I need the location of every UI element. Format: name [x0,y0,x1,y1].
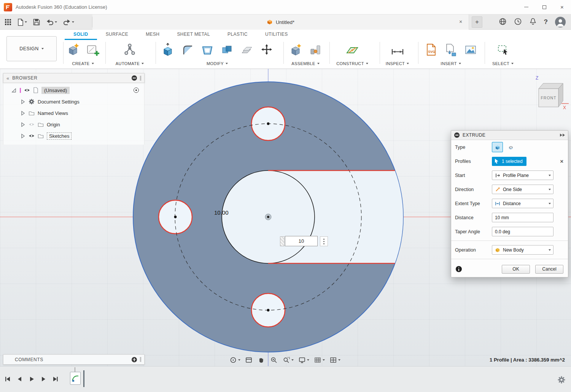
expand-arrow-icon[interactable] [20,122,25,127]
undo-button[interactable] [46,19,57,25]
minimize-button[interactable] [517,0,535,14]
add-comment-icon[interactable] [132,357,137,362]
profiles-selected-button[interactable]: 1 selected [492,157,526,166]
visibility-off-eye-icon[interactable] [29,122,35,127]
timeline-settings-gear-icon[interactable] [557,376,566,386]
tab-mesh[interactable]: MESH [137,30,168,40]
browser-header[interactable]: « BROWSER [3,73,145,83]
combine-icon[interactable] [220,43,234,59]
tab-close-icon[interactable]: × [457,18,464,25]
distance-input[interactable] [492,213,554,222]
help-icon[interactable]: ? [544,18,548,26]
avatar[interactable] [555,17,566,27]
redo-button[interactable] [63,19,74,25]
display-settings-tool[interactable] [298,356,309,364]
insert-menu[interactable]: INSERT [441,61,461,67]
modify-menu[interactable]: MODIFY [207,61,228,67]
inspect-menu[interactable]: INSPECT [386,61,409,67]
activate-component-radio[interactable] [134,88,139,93]
expand-arrow-icon[interactable] [20,110,25,116]
insert-canvas-icon[interactable] [463,43,478,59]
expand-arrow-icon[interactable] [20,133,25,139]
select-tool-icon[interactable] [496,43,510,59]
tree-row-sketches[interactable]: Sketches [3,130,144,142]
measure-icon[interactable] [390,43,405,59]
dialog-expand-icon[interactable] [560,134,565,137]
tree-row-named-views[interactable]: Named Views [3,107,144,119]
dimension-label[interactable]: 10.00 [214,209,229,216]
slot-cutout[interactable] [222,171,403,263]
tree-root-row[interactable]: (Unsaved) [3,84,144,96]
dialog-grip-icon[interactable] [454,132,460,138]
move-copy-icon[interactable] [259,43,274,59]
go-to-end-button[interactable] [52,376,59,384]
type-extrude-button[interactable] [492,142,503,152]
start-dropdown[interactable]: Profile Plane [492,171,554,180]
zoom-tool[interactable] [270,356,278,364]
select-menu[interactable]: SELECT [492,61,514,67]
panel-drag-handle[interactable] [140,76,141,81]
tab-plastic[interactable]: PLASTIC [219,30,256,40]
tree-row-document-settings[interactable]: Document Settings [3,96,144,107]
info-icon[interactable] [456,266,462,272]
orbit-tool[interactable] [229,356,240,364]
dimension-options-handle[interactable] [320,236,328,246]
viewcube[interactable]: Z FRONT X [530,74,570,112]
press-pull-icon[interactable] [161,43,175,59]
type-thin-extrude-button[interactable] [505,142,516,152]
tab-utilities[interactable]: UTILITIES [256,30,297,40]
grid-snap-tool[interactable] [313,356,325,364]
go-to-start-button[interactable] [5,376,11,384]
visibility-eye-icon[interactable] [29,134,35,138]
taper-angle-input[interactable] [492,227,554,236]
save-button[interactable] [33,19,40,25]
joint-icon[interactable] [308,43,323,59]
zoom-window-tool[interactable] [282,356,294,364]
tab-surface[interactable]: SURFACE [97,30,137,40]
job-status-icon[interactable] [514,18,522,27]
extensions-icon[interactable] [499,18,507,27]
dimension-value-input[interactable] [285,236,318,246]
timeline-sketch-feature[interactable] [70,372,81,385]
shell-icon[interactable] [200,43,215,59]
notifications-bell-icon[interactable] [529,18,537,27]
document-tab[interactable]: Untitled* × [92,14,469,30]
offset-face-icon[interactable] [240,43,254,59]
extent-type-dropdown[interactable]: Distance [492,199,554,208]
insert-derive-icon[interactable] [444,43,458,59]
extrude-dialog-header[interactable]: EXTRUDE [451,131,568,140]
file-menu-button[interactable] [17,19,27,26]
tree-row-origin[interactable]: Origin [3,119,144,130]
create-sketch-icon[interactable] [86,43,100,59]
play-button[interactable] [28,376,35,384]
assemble-menu[interactable]: ASSEMBLE [291,61,320,67]
collapse-panel-icon[interactable]: « [6,75,9,81]
cancel-button[interactable]: Cancel [535,265,563,274]
viewports-tool[interactable] [329,356,340,364]
collapse-tree-icon[interactable] [132,75,137,81]
step-forward-button[interactable] [40,376,47,384]
automate-menu[interactable]: AUTOMATE [116,61,144,67]
expand-arrow-icon[interactable] [20,99,25,105]
tab-sheet-metal[interactable]: SHEET METAL [168,30,219,40]
construct-menu[interactable]: CONSTRUCT [336,61,368,67]
new-tab-button[interactable]: + [472,16,482,28]
direction-dropdown[interactable]: One Side [492,185,554,194]
dimension-drag-handle[interactable] [280,236,285,246]
ok-button[interactable]: OK [502,265,530,274]
maximize-button[interactable] [535,0,553,14]
fillet-icon[interactable] [180,43,195,59]
construction-plane-icon[interactable] [345,43,359,59]
create-menu[interactable]: CREATE [72,61,94,67]
assemble-component-icon[interactable] [288,43,303,59]
tab-solid[interactable]: SOLID [65,30,97,40]
look-at-tool[interactable] [245,356,253,364]
panel-drag-handle[interactable] [140,357,141,362]
automate-robot-icon[interactable] [122,43,137,59]
visibility-eye-icon[interactable] [24,88,30,92]
app-grid-icon[interactable] [5,19,11,25]
pan-tool[interactable] [257,356,266,364]
step-back-button[interactable] [16,376,23,384]
operation-dropdown[interactable]: New Body [492,245,554,255]
new-component-icon[interactable] [66,43,80,59]
